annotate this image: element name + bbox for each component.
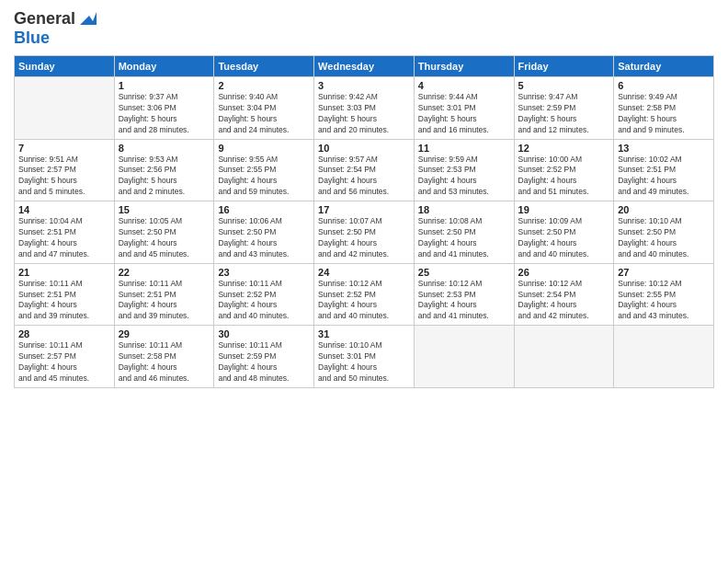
sunset-text: Sunset: 2:51 PM (618, 165, 710, 176)
daylight-text-1: Daylight: 5 hours (418, 114, 510, 125)
calendar-day-cell: 18Sunrise: 10:08 AMSunset: 2:50 PMDaylig… (414, 201, 514, 264)
calendar-day-cell: 26Sunrise: 10:12 AMSunset: 2:54 PMDaylig… (514, 263, 614, 326)
day-info: Sunrise: 10:11 AMSunset: 2:57 PMDaylight… (18, 340, 110, 385)
day-info: Sunrise: 10:11 AMSunset: 2:52 PMDaylight… (218, 279, 310, 323)
calendar-week-row: 28Sunrise: 10:11 AMSunset: 2:57 PMDaylig… (15, 326, 714, 388)
sunset-text: Sunset: 2:52 PM (318, 290, 410, 301)
sunset-text: Sunset: 2:51 PM (18, 290, 110, 301)
daylight-text-1: Daylight: 4 hours (119, 362, 210, 373)
day-number: 9 (218, 143, 310, 154)
daylight-text-2: and and 24 minutes. (218, 125, 310, 136)
daylight-text-1: Daylight: 4 hours (418, 238, 510, 249)
day-info: Sunrise: 9:47 AMSunset: 2:59 PMDaylight:… (518, 92, 610, 136)
day-number: 17 (318, 204, 410, 215)
day-info: Sunrise: 9:55 AMSunset: 2:55 PMDaylight:… (218, 155, 310, 199)
day-number: 28 (18, 328, 110, 339)
header: General Blue (14, 9, 714, 48)
sunset-text: Sunset: 2:54 PM (318, 165, 410, 176)
calendar-day-cell: 7Sunrise: 9:51 AMSunset: 2:57 PMDaylight… (15, 139, 115, 201)
calendar-day-cell: 15Sunrise: 10:05 AMSunset: 2:50 PMDaylig… (114, 201, 214, 264)
sunrise-text: Sunrise: 9:37 AM (119, 92, 210, 103)
calendar-day-cell: 28Sunrise: 10:11 AMSunset: 2:57 PMDaylig… (15, 326, 115, 388)
day-number: 1 (119, 80, 210, 91)
sunset-text: Sunset: 3:06 PM (119, 103, 210, 114)
sunrise-text: Sunrise: 10:12 AM (618, 279, 710, 290)
sunset-text: Sunset: 2:56 PM (119, 165, 210, 176)
daylight-text-2: and and 43 minutes. (618, 311, 710, 322)
daylight-text-2: and and 46 minutes. (119, 373, 210, 385)
day-number: 21 (18, 267, 110, 278)
daylight-text-2: and and 9 minutes. (618, 125, 710, 136)
sunrise-text: Sunrise: 10:12 AM (518, 279, 610, 290)
calendar-day-cell: 10Sunrise: 9:57 AMSunset: 2:54 PMDayligh… (314, 139, 415, 201)
calendar-header-saturday: Saturday (614, 56, 714, 77)
daylight-text-2: and and 20 minutes. (318, 125, 410, 136)
daylight-text-1: Daylight: 5 hours (318, 114, 410, 125)
sunrise-text: Sunrise: 10:12 AM (318, 279, 410, 290)
calendar-day-cell: 29Sunrise: 10:11 AMSunset: 2:58 PMDaylig… (114, 326, 214, 388)
sunrise-text: Sunrise: 10:12 AM (418, 279, 510, 290)
daylight-text-1: Daylight: 5 hours (518, 114, 610, 125)
sunrise-text: Sunrise: 10:00 AM (518, 155, 610, 166)
day-number: 15 (119, 204, 210, 215)
calendar-day-cell: 23Sunrise: 10:11 AMSunset: 2:52 PMDaylig… (214, 263, 314, 326)
logo-blue-text: Blue (14, 29, 50, 47)
day-info: Sunrise: 10:06 AMSunset: 2:50 PMDaylight… (218, 216, 310, 260)
calendar-day-cell: 30Sunrise: 10:11 AMSunset: 2:59 PMDaylig… (214, 326, 314, 388)
day-number: 25 (418, 267, 510, 278)
day-info: Sunrise: 10:00 AMSunset: 2:52 PMDaylight… (518, 155, 610, 199)
sunrise-text: Sunrise: 10:04 AM (18, 216, 110, 227)
calendar-day-cell (614, 326, 714, 388)
calendar-week-row: 1Sunrise: 9:37 AMSunset: 3:06 PMDaylight… (15, 77, 714, 140)
calendar-day-cell: 20Sunrise: 10:10 AMSunset: 2:50 PMDaylig… (614, 201, 714, 264)
day-number: 12 (518, 143, 610, 154)
sunrise-text: Sunrise: 10:11 AM (119, 279, 210, 290)
day-number: 10 (318, 143, 410, 154)
calendar-day-cell: 25Sunrise: 10:12 AMSunset: 2:53 PMDaylig… (414, 263, 514, 326)
calendar-day-cell: 19Sunrise: 10:09 AMSunset: 2:50 PMDaylig… (514, 201, 614, 264)
sunset-text: Sunset: 2:52 PM (518, 165, 610, 176)
calendar-header-tuesday: Tuesday (214, 56, 314, 77)
daylight-text-2: and and 48 minutes. (218, 373, 310, 385)
daylight-text-1: Daylight: 4 hours (518, 300, 610, 311)
daylight-text-2: and and 53 minutes. (418, 187, 510, 198)
sunrise-text: Sunrise: 9:53 AM (119, 155, 210, 166)
calendar-week-row: 21Sunrise: 10:11 AMSunset: 2:51 PMDaylig… (15, 263, 714, 326)
day-number: 5 (518, 80, 610, 91)
sunset-text: Sunset: 2:52 PM (218, 290, 310, 301)
calendar-day-cell: 4Sunrise: 9:44 AMSunset: 3:01 PMDaylight… (414, 77, 514, 140)
day-info: Sunrise: 9:44 AMSunset: 3:01 PMDaylight:… (418, 92, 510, 136)
day-info: Sunrise: 9:53 AMSunset: 2:56 PMDaylight:… (119, 155, 210, 199)
sunset-text: Sunset: 2:58 PM (119, 351, 210, 362)
sunset-text: Sunset: 2:54 PM (518, 290, 610, 301)
calendar-day-cell: 1Sunrise: 9:37 AMSunset: 3:06 PMDaylight… (114, 77, 214, 140)
sunrise-text: Sunrise: 9:59 AM (418, 155, 510, 166)
calendar-header-thursday: Thursday (414, 56, 514, 77)
daylight-text-1: Daylight: 4 hours (218, 300, 310, 311)
sunset-text: Sunset: 2:57 PM (18, 165, 110, 176)
calendar-day-cell: 9Sunrise: 9:55 AMSunset: 2:55 PMDaylight… (214, 139, 314, 201)
daylight-text-1: Daylight: 4 hours (318, 362, 410, 373)
daylight-text-1: Daylight: 4 hours (318, 176, 410, 187)
daylight-text-2: and and 47 minutes. (18, 249, 110, 260)
sunset-text: Sunset: 2:50 PM (218, 227, 310, 238)
sunset-text: Sunset: 2:51 PM (119, 290, 210, 301)
day-info: Sunrise: 10:11 AMSunset: 2:51 PMDaylight… (18, 279, 110, 323)
logo: General Blue (14, 9, 97, 48)
daylight-text-1: Daylight: 5 hours (119, 176, 210, 187)
logo-icon (76, 8, 97, 29)
sunset-text: Sunset: 3:03 PM (318, 103, 410, 114)
sunset-text: Sunset: 2:55 PM (218, 165, 310, 176)
sunrise-text: Sunrise: 10:08 AM (418, 216, 510, 227)
calendar-day-cell: 3Sunrise: 9:42 AMSunset: 3:03 PMDaylight… (314, 77, 415, 140)
sunrise-text: Sunrise: 10:09 AM (518, 216, 610, 227)
daylight-text-1: Daylight: 5 hours (18, 176, 110, 187)
sunrise-text: Sunrise: 10:05 AM (119, 216, 210, 227)
svg-marker-0 (80, 12, 97, 25)
day-number: 19 (518, 204, 610, 215)
sunset-text: Sunset: 3:01 PM (418, 103, 510, 114)
sunset-text: Sunset: 2:51 PM (18, 227, 110, 238)
daylight-text-2: and and 42 minutes. (518, 311, 610, 322)
daylight-text-1: Daylight: 4 hours (218, 238, 310, 249)
day-number: 14 (18, 204, 110, 215)
